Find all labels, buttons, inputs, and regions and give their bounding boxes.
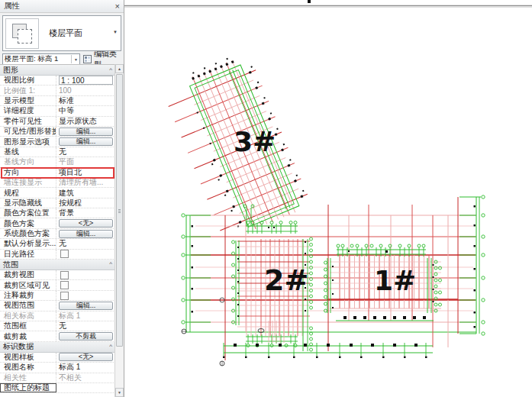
section-collapse-icon[interactable]: ^ (109, 262, 112, 267)
section-header[interactable]: 范围^ (0, 260, 115, 270)
prop-row: 视图范围编辑... (0, 301, 115, 311)
prop-value: 编辑... (56, 229, 115, 238)
prop-label: 显示隐藏线 (0, 198, 56, 208)
prop-row: 显示隐藏线按规程 (0, 198, 115, 208)
section-label: 标识数据 (3, 341, 34, 352)
instance-type-combo[interactable]: 楼层平面: 标高 1 ▼ (2, 53, 80, 65)
value-text[interactable]: 标准 (59, 96, 74, 105)
prop-value: 无 (56, 147, 115, 157)
value-text[interactable]: 项目北 (59, 168, 82, 177)
prop-row: 视图名称标高 1 (0, 363, 115, 373)
drawing-canvas[interactable]: 3#2#1# (124, 0, 532, 397)
scroll-thumb[interactable] (116, 74, 123, 347)
prop-row: 视图样板<无> (0, 353, 115, 363)
section-label: 范围 (3, 260, 18, 270)
prop-row: 基线无 (0, 147, 115, 157)
value-text[interactable]: 按规程 (59, 198, 82, 208)
value-text[interactable]: 100 (59, 86, 72, 95)
prop-row: 视图比例1 : 100 (0, 76, 115, 86)
drawing-area[interactable]: 3#2#1# (124, 0, 532, 397)
prop-label: 默认分析显示... (0, 239, 56, 248)
value-text[interactable]: 背景 (59, 208, 74, 218)
prop-row: 颜色方案位置背景 (0, 208, 115, 218)
chevron-down-icon[interactable]: ▼ (113, 30, 118, 34)
prop-row: 颜色方案<无> (0, 218, 115, 228)
prop-label: 颜色方案 (0, 218, 56, 228)
prop-label: 范围框 (0, 321, 56, 331)
edit-type-icon (83, 55, 92, 63)
value-button[interactable]: 编辑... (59, 230, 113, 238)
prop-value: 标高 1 (56, 311, 115, 321)
prop-value: 100 (56, 86, 115, 95)
prop-label: 规程 (0, 188, 56, 197)
value-text[interactable]: 平面 (59, 157, 74, 166)
section-label: 图形 (3, 65, 18, 76)
top-edge-artifact (308, 0, 311, 3)
value-button[interactable]: 编辑... (59, 127, 113, 136)
value-checkbox[interactable] (60, 281, 69, 289)
prop-row: 图纸上的标题 (0, 383, 115, 393)
value-checkbox[interactable] (60, 292, 69, 300)
scroll-up-button[interactable]: ▲ (115, 64, 124, 73)
value-button[interactable]: <无> (59, 219, 113, 228)
value-button[interactable]: 编辑... (59, 137, 113, 146)
prop-value: <无> (56, 218, 115, 228)
prop-row: 默认分析显示...无 (0, 239, 115, 249)
prop-value: 背景 (56, 208, 115, 218)
value-text[interactable]: 显示原状态 (59, 117, 97, 126)
prop-label: 日光路径 (0, 250, 56, 259)
value-combo[interactable]: 1 : 100 (59, 76, 113, 85)
section-header[interactable]: 标识数据^ (0, 342, 115, 353)
value-button[interactable]: <无> (59, 353, 113, 361)
palette-titlebar[interactable]: 属性 × (0, 0, 124, 13)
prop-value (56, 291, 115, 300)
value-text[interactable]: 无 (59, 239, 66, 248)
value-text[interactable]: 清理所有墙... (59, 178, 103, 187)
value-text[interactable]: 无 (59, 321, 66, 331)
prop-label: 基线方向 (0, 157, 56, 166)
section-collapse-icon[interactable]: ^ (109, 344, 112, 350)
section-collapse-icon[interactable]: ^ (109, 67, 112, 73)
section-header[interactable]: 图形^ (0, 65, 115, 76)
prop-row: 规程建筑 (0, 188, 115, 198)
value-checkbox[interactable] (60, 271, 69, 279)
type-selector[interactable]: 楼层平面 ▼ (2, 15, 121, 51)
prop-row: 可见性/图形替换编辑... (0, 127, 115, 137)
scroll-down-button[interactable]: ▼ (115, 388, 124, 397)
properties-palette: 属性 × 楼层平面 ▼ 楼层平面: 标高 1 ▼ 编辑类型 图形^视图比例1 :… (0, 0, 124, 397)
prop-value: 按规程 (56, 198, 115, 208)
scroll-grip-icon (118, 209, 121, 213)
properties-grid: 图形^视图比例1 : 100比例值 1:100显示模型标准详细程度中等零件可见性… (0, 64, 115, 397)
prop-label: 方向 (0, 168, 56, 177)
building-3-label: 3# (234, 126, 276, 157)
prop-row: 裁剪区域可见 (0, 280, 115, 290)
prop-label: 图形显示选项 (0, 137, 56, 146)
arrow-up-icon: ▲ (118, 66, 121, 71)
vertical-scrollbar[interactable]: ▲ ▼ (114, 64, 124, 397)
prop-value: 不相关 (56, 373, 115, 382)
prop-label: 注释裁剪 (0, 291, 56, 300)
value-text[interactable]: 不相关 (59, 373, 82, 382)
value-checkbox[interactable] (60, 250, 69, 258)
value-text[interactable]: 标高 1 (59, 311, 80, 321)
arrow-down-icon: ▼ (118, 390, 121, 395)
combo-arrow-icon[interactable]: ▼ (71, 55, 78, 63)
prop-row: 图形显示选项编辑... (0, 137, 115, 147)
value-button[interactable]: 不剪裁 (59, 332, 113, 341)
prop-value: 中等 (56, 106, 115, 115)
prop-value: <无> (56, 353, 115, 362)
value-text[interactable]: 中等 (59, 106, 74, 115)
prop-value: 显示原状态 (56, 117, 115, 126)
prop-value: 建筑 (56, 188, 115, 197)
prop-row: 范围框无 (0, 321, 115, 331)
prop-label: 墙连接显示 (0, 178, 56, 187)
prop-row: 相关性不相关 (0, 373, 115, 383)
close-icon[interactable]: × (115, 2, 120, 10)
prop-row: 比例值 1:100 (0, 86, 115, 95)
value-button[interactable]: 编辑... (59, 302, 113, 310)
value-text[interactable]: 标高 1 (59, 363, 80, 372)
value-text[interactable]: 无 (59, 147, 66, 157)
value-text[interactable]: 建筑 (59, 188, 74, 197)
prop-label: 相关标高 (0, 311, 56, 321)
prop-label: 视图范围 (0, 301, 56, 310)
